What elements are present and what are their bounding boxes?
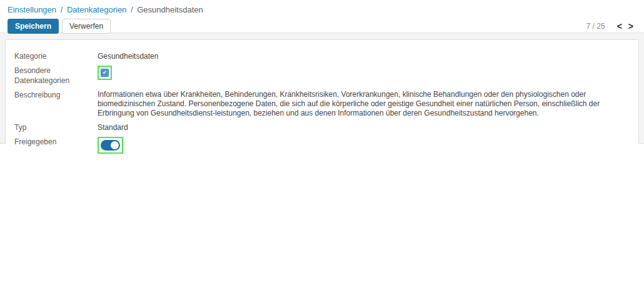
header: Einstellungen / Datenkategorien / Gesund… — [0, 0, 644, 33]
changed-field-highlight: ✔ — [98, 66, 112, 80]
besondere-value: ✔ — [98, 64, 630, 80]
save-button[interactable]: Speichern — [8, 19, 59, 34]
changed-field-highlight — [98, 137, 123, 154]
breadcrumb-current-page: Gesundheitsdaten — [137, 5, 203, 14]
page: Einstellungen / Datenkategorien / Gesund… — [0, 0, 644, 288]
breadcrumb-link-datenkategorien[interactable]: Datenkategorien — [67, 5, 126, 14]
toggle-knob — [111, 141, 119, 149]
next-record-button[interactable]: > — [625, 21, 636, 31]
chevron-left-icon: < — [617, 21, 622, 31]
discard-button[interactable]: Verwerfen — [62, 19, 111, 34]
previous-record-button[interactable]: < — [614, 21, 625, 31]
record-counter: 7 / 25 — [586, 22, 605, 31]
field-row-kategorie: Kategorie Gesundheitsdaten — [14, 50, 630, 61]
beschreibung-value: Informationen etwa über Krankheiten, Beh… — [98, 89, 630, 118]
chevron-right-icon: > — [628, 21, 633, 31]
content-area: Kategorie Gesundheitsdaten Besondere Dat… — [0, 33, 644, 144]
field-row-beschreibung: Beschreibung Informationen etwa über Kra… — [14, 89, 630, 118]
field-label: Beschreibung — [14, 89, 98, 100]
breadcrumb: Einstellungen / Datenkategorien / Gesund… — [8, 5, 636, 14]
toolbar: Speichern Verwerfen 7 / 25 < > — [8, 19, 636, 34]
breadcrumb-separator: / — [61, 5, 63, 14]
field-label: Typ — [14, 121, 98, 132]
field-row-typ: Typ Standard — [14, 121, 630, 132]
field-label: Kategorie — [14, 50, 98, 61]
breadcrumb-link-einstellungen[interactable]: Einstellungen — [8, 5, 56, 14]
field-row-freigegeben: Freigegeben — [14, 136, 630, 154]
field-label: Besondere Datenkategorien — [14, 64, 98, 86]
freigegeben-value — [98, 136, 630, 154]
data-category-detail-card: Kategorie Gesundheitsdaten Besondere Dat… — [5, 39, 639, 162]
field-row-besondere-datenkategorien: Besondere Datenkategorien ✔ — [14, 64, 630, 86]
record-navigation: 7 / 25 < > — [586, 21, 636, 31]
empty-page-area — [0, 144, 644, 287]
kategorie-value: Gesundheitsdaten — [98, 50, 630, 61]
checkmark-icon: ✔ — [103, 69, 108, 76]
besondere-datenkategorien-checkbox[interactable]: ✔ — [101, 69, 109, 77]
field-label: Freigegeben — [14, 136, 98, 147]
breadcrumb-separator: / — [131, 5, 133, 14]
typ-value: Standard — [98, 121, 630, 132]
freigegeben-toggle[interactable] — [101, 140, 120, 151]
